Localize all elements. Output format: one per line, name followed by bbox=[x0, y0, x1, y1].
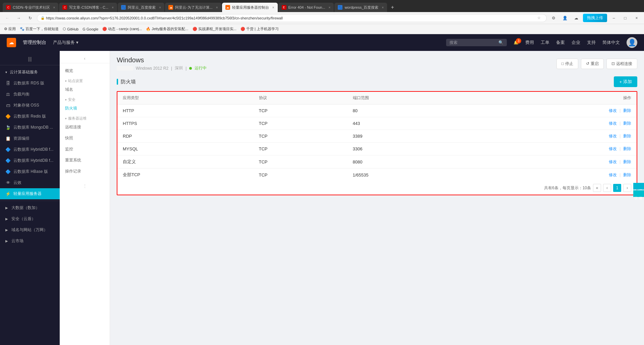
search-input[interactable] bbox=[449, 40, 496, 45]
sidebar-item-bigdata[interactable]: ▶ 大数据（数加） bbox=[0, 202, 60, 213]
edit-all-tcp-link[interactable]: 修改 bbox=[609, 172, 617, 177]
tab-baidu[interactable]: 🐾 阿里云_百度搜索 × bbox=[118, 3, 164, 12]
bookmark-practice[interactable]: 🔴 实战课程_开发项目实... bbox=[193, 26, 236, 31]
bookmark-icon[interactable]: ☆ bbox=[535, 16, 543, 20]
maximize-icon[interactable]: □ bbox=[621, 13, 630, 23]
bookmark-ml[interactable]: 🔴 千货 | 上手机器学习 bbox=[240, 26, 279, 31]
secondary-remote[interactable]: 远程连接 bbox=[60, 122, 110, 133]
new-tab-button[interactable]: + bbox=[388, 3, 397, 12]
delete-all-tcp-link[interactable]: 删除 bbox=[623, 172, 631, 177]
secondary-reset[interactable]: 重置系统 bbox=[60, 155, 110, 166]
sidebar-item-slb[interactable]: ⚖ 负载均衡 bbox=[0, 89, 60, 100]
minimize-icon[interactable]: – bbox=[609, 13, 619, 23]
secondary-snapshot[interactable]: 快照 bbox=[60, 133, 110, 144]
restart-button[interactable]: ↺ 重启 bbox=[581, 59, 604, 69]
tab-error404[interactable]: E Error 404 - Not Foun... × bbox=[278, 3, 334, 12]
secondary-collapse-btn[interactable]: ‹ bbox=[60, 54, 110, 63]
secondary-monitor[interactable]: 监控 bbox=[60, 144, 110, 155]
tab-close-write[interactable]: × bbox=[112, 6, 114, 9]
edit-https-link[interactable]: 修改 bbox=[609, 121, 617, 126]
nav-lang[interactable]: 简体中文 bbox=[602, 40, 620, 46]
tab-lightsail[interactable]: ☁ 轻量应用服务器控制台 × bbox=[222, 3, 278, 12]
sidebar-item-market[interactable]: ▶ 云市场 bbox=[0, 235, 60, 247]
delete-http-link[interactable]: 删除 bbox=[623, 108, 631, 113]
sidebar-item-mongo[interactable]: 🍃 云数据库 MongoDB ... bbox=[0, 122, 60, 133]
close-icon[interactable]: × bbox=[632, 13, 641, 23]
edit-custom-link[interactable]: 修改 bbox=[609, 159, 617, 164]
page-prev[interactable]: ‹ bbox=[603, 184, 611, 192]
forward-button[interactable]: → bbox=[14, 13, 23, 23]
secondary-firewall[interactable]: 防火墙 bbox=[60, 103, 110, 114]
remote-connect-button[interactable]: ⊡ 远程连接 bbox=[606, 59, 637, 69]
search-icon[interactable]: 🔍 bbox=[498, 40, 503, 45]
bell-area[interactable]: 🔔 3 bbox=[514, 40, 519, 45]
tab-close-error404[interactable]: × bbox=[329, 6, 331, 9]
secondary-group-site[interactable]: ▾ 站点设置 bbox=[60, 76, 110, 84]
sidebar-item-ros[interactable]: 📋 资源编排 bbox=[0, 133, 60, 144]
edit-rdp-link[interactable]: 修改 bbox=[609, 134, 617, 138]
sidebar-item-hybriddb2[interactable]: 🔷 云数据库 HybridDB f... bbox=[0, 155, 60, 166]
back-button[interactable]: ← bbox=[3, 13, 12, 23]
tab-close-baidu[interactable]: × bbox=[159, 6, 161, 9]
edit-mysql-link[interactable]: 修改 bbox=[609, 146, 617, 151]
user-profile-icon[interactable]: 👤 bbox=[560, 13, 570, 23]
server-separator-2: | bbox=[185, 66, 186, 71]
add-rule-button[interactable]: + 添加 bbox=[614, 76, 637, 87]
sidebar-item-redis[interactable]: 🔶 云数据库 Redis 版 bbox=[0, 111, 60, 122]
delete-mysql-link[interactable]: 删除 bbox=[623, 146, 631, 151]
bookmark-google[interactable]: G Google bbox=[83, 27, 98, 31]
bookmark-apps[interactable]: ⚙ 应用 bbox=[4, 26, 16, 31]
user-avatar[interactable]: 👤 bbox=[627, 37, 637, 48]
tab-close-lightsail[interactable]: × bbox=[272, 6, 274, 9]
sidebar-item-devops[interactable]: 👁 云效 bbox=[0, 177, 60, 188]
secondary-domain[interactable]: 域名 bbox=[60, 84, 110, 95]
edit-http-link[interactable]: 修改 bbox=[609, 108, 617, 113]
bookmark-github-label: GitHub bbox=[67, 27, 78, 31]
fw-cell-actions-mysql: 修改 | 删除 bbox=[477, 143, 637, 155]
sidebar-item-oss[interactable]: 🗃 对象存储 OSS bbox=[0, 100, 60, 111]
secondary-overview[interactable]: 概览 bbox=[60, 65, 110, 76]
cloud-sync-icon[interactable]: ☁ bbox=[572, 13, 581, 23]
tab-close-wordpress[interactable]: × bbox=[382, 6, 384, 9]
tab-aliyun-calc[interactable]: ☁ 阿里云-为了无法计算... × bbox=[165, 3, 221, 12]
stop-button[interactable]: □ 停止 bbox=[556, 59, 578, 69]
tab-write[interactable]: C 写文章-CSDN博客 - C... × bbox=[59, 3, 117, 12]
nav-fee[interactable]: 费用 bbox=[525, 40, 534, 46]
bookmark-github[interactable]: ⬡ GitHub bbox=[63, 27, 78, 31]
bookmark-jetty[interactable]: 🔥 Jetty服务器的安装配... bbox=[146, 26, 188, 31]
secondary-oplog[interactable]: 操作记录 bbox=[60, 166, 110, 177]
sidebar-item-lightsail[interactable]: ⚡ 轻量应用服务器 bbox=[0, 188, 60, 199]
address-bar[interactable]: 🔒 https://swas.console.aliyun.com/?spm=5… bbox=[37, 14, 547, 22]
delete-custom-link[interactable]: 删除 bbox=[623, 159, 631, 164]
nav-ticket[interactable]: 工单 bbox=[541, 40, 549, 46]
bookmark-dynamic[interactable]: 🔴 动态 - carejx (carej... bbox=[102, 26, 142, 31]
upload-button[interactable]: 拖拽上传 bbox=[583, 14, 607, 22]
delete-https-link[interactable]: 删除 bbox=[623, 121, 631, 126]
sidebar-item-security[interactable]: ▶ 安全（云盾） bbox=[0, 213, 60, 224]
sidebar-item-hbase[interactable]: 🔷 云数据库 HBase 版 bbox=[0, 166, 60, 177]
fw-cell-port-custom: 8080 bbox=[347, 155, 477, 168]
secondary-group-security[interactable]: ▾ 安全 bbox=[60, 95, 110, 103]
page-current[interactable]: 1 bbox=[613, 184, 621, 192]
float-btn-2[interactable]: 建议 bbox=[633, 190, 644, 197]
sidebar-item-hybriddb1[interactable]: 🔷 云数据库 HybridDB f... bbox=[0, 144, 60, 155]
nav-record[interactable]: 备案 bbox=[556, 40, 565, 46]
page-next[interactable]: › bbox=[623, 184, 631, 192]
tab-wordpress[interactable]: 🐾 wordpress_百度搜索 × bbox=[334, 3, 387, 12]
tab-csdn[interactable]: C CSDN-专业IT技术社区 × bbox=[3, 3, 58, 12]
tab-close-csdn[interactable]: × bbox=[53, 6, 55, 9]
reload-button[interactable]: ↻ bbox=[25, 13, 35, 23]
nav-enterprise[interactable]: 企业 bbox=[572, 40, 580, 46]
page-prev-far[interactable]: « bbox=[593, 184, 601, 192]
float-btn-1[interactable]: 添加 bbox=[633, 183, 644, 190]
products-menu[interactable]: 产品与服务 ▾ bbox=[53, 40, 78, 46]
sidebar-item-rds[interactable]: 🗄 云数据库 RDS 版 bbox=[0, 78, 60, 89]
extensions-icon[interactable]: ⚙ bbox=[549, 13, 558, 23]
sidebar-item-domain[interactable]: ▶ 域名与网站（万网） bbox=[0, 224, 60, 235]
bookmark-baidu[interactable]: 🐾 百度一下，你就知道 bbox=[20, 26, 59, 31]
nav-support[interactable]: 支持 bbox=[587, 40, 596, 46]
delete-rdp-link[interactable]: 删除 bbox=[623, 134, 631, 138]
sidebar-collapse-btn[interactable]: ||| bbox=[0, 54, 60, 64]
secondary-group-ops[interactable]: ▾ 服务器运维 bbox=[60, 114, 110, 122]
tab-close-aliyun-calc[interactable]: × bbox=[216, 6, 218, 9]
